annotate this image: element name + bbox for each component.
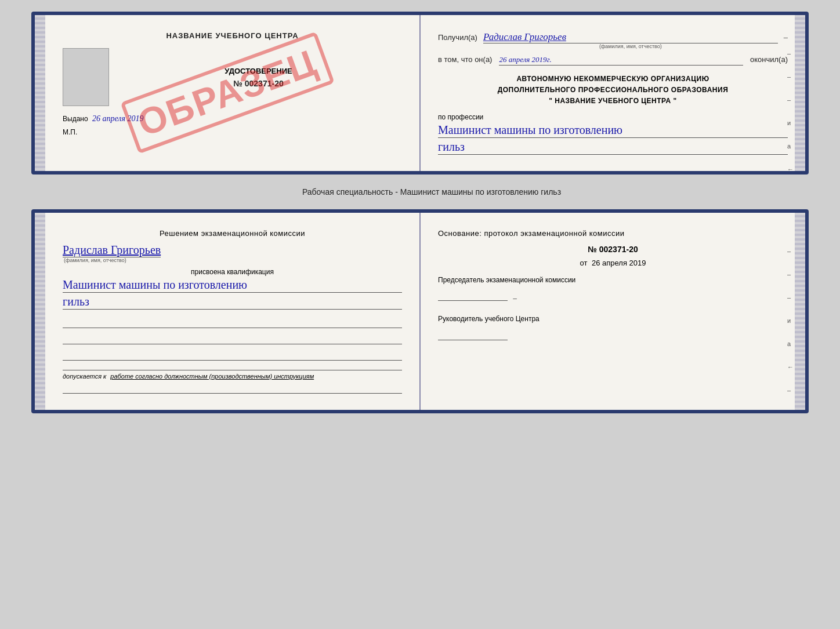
admission-block: допускается к работе согласно должностны… [63, 370, 402, 380]
cert-doc-title: УДОСТОВЕРЕНИЕ [115, 67, 402, 75]
dash-1: – [787, 50, 794, 57]
admission-blank-line [63, 382, 402, 394]
date-prefix: в том, что он(а) [438, 55, 492, 64]
mp-label: М.П. [63, 128, 402, 136]
top-document-card: НАЗВАНИЕ УЧЕБНОГО ЦЕНТРА УДОСТОВЕРЕНИЕ №… [31, 12, 809, 174]
head-block: Руководитель учебного Центра [438, 314, 788, 342]
dash-b-2: – [787, 271, 794, 278]
date-prefix: от [580, 259, 587, 267]
decision-title: Решением экзаменационной комиссии [63, 229, 402, 238]
top-left-title: НАЗВАНИЕ УЧЕБНОГО ЦЕНТРА [63, 31, 402, 40]
blank-line-2 [63, 333, 402, 344]
dash-b-5: – [787, 410, 794, 413]
admission-prefix: допускается к [63, 373, 106, 380]
chairman-label: Председатель экзаменационной комиссии [438, 275, 788, 285]
chairman-signature-line: – [438, 289, 788, 303]
qualification-label: присвоена квалификация [63, 268, 402, 276]
bottom-fio-block: Радислав Григорьев (фамилия, имя, отчест… [63, 243, 402, 263]
dash1: – [784, 33, 788, 42]
date-field-line: в том, что он(а) 26 апреля 2019г. окончи… [438, 55, 788, 66]
dash-3: – [787, 96, 794, 103]
dash-и: и [787, 119, 794, 126]
dash-arrow: ← [787, 166, 794, 173]
org-line1: АВТОНОМНУЮ НЕКОММЕРЧЕСКУЮ ОРГАНИЗАЦИЮ [438, 74, 788, 85]
bottom-fio-value: Радислав Григорьев [63, 243, 161, 257]
admission-value: работе согласно должностным (производств… [110, 373, 314, 380]
qualification-value: Машинист машины по изготовлению [63, 277, 402, 293]
fio-subtitle: (фамилия, имя, отчество) [483, 43, 778, 49]
received-label: Получил(а) [438, 33, 477, 42]
dash-b1: – [513, 294, 517, 303]
issued-label: Выдано [63, 115, 88, 123]
org-block: АВТОНОМНУЮ НЕКОММЕРЧЕСКУЮ ОРГАНИЗАЦИЮ ДО… [438, 74, 788, 107]
date-suffix: окончил(а) [750, 55, 788, 64]
head-label: Руководитель учебного Центра [438, 314, 788, 324]
org-line2: ДОПОЛНИТЕЛЬНОГО ПРОФЕССИОНАЛЬНОГО ОБРАЗО… [438, 85, 788, 96]
fio-value: Радислав Григорьев [483, 31, 778, 43]
dash-b-и: и [787, 317, 794, 324]
blank-line-1 [63, 317, 402, 328]
basis-title: Основание: протокол экзаменационной коми… [438, 229, 788, 238]
bottom-document-card: Решением экзаменационной комиссии Радисл… [31, 209, 809, 413]
chairman-block: Председатель экзаменационной комиссии – [438, 275, 788, 303]
protocol-date: от 26 апреля 2019 [438, 259, 788, 267]
top-right-panel: Получил(а) Радислав Григорьев (фамилия, … [421, 15, 805, 171]
dash-b-arrow: ← [787, 363, 794, 370]
profession-value2: гильз [438, 139, 788, 155]
fio-field-line: Получил(а) Радислав Григорьев (фамилия, … [438, 31, 788, 49]
org-line3: " НАЗВАНИЕ УЧЕБНОГО ЦЕНТРА " [438, 96, 788, 107]
side-dashes-bottom: – – – и а ← – – – [787, 248, 794, 413]
cert-image-area: УДОСТОВЕРЕНИЕ № 002371-20 [63, 48, 402, 106]
cert-photo-placeholder [63, 48, 109, 106]
dash-2: – [787, 73, 794, 80]
dash-b-а: а [787, 340, 794, 347]
protocol-date-value: 26 апреля 2019 [592, 259, 646, 267]
page-wrapper: НАЗВАНИЕ УЧЕБНОГО ЦЕНТРА УДОСТОВЕРЕНИЕ №… [12, 12, 828, 413]
issued-date: 26 апреля 2019 [92, 114, 143, 123]
head-sig-line [438, 329, 508, 340]
cert-text-block: УДОСТОВЕРЕНИЕ № 002371-20 [115, 67, 402, 88]
qualification-block: Машинист машины по изготовлению гильз [63, 277, 402, 310]
dash-а: а [787, 143, 794, 150]
dash-b-1: – [787, 248, 794, 254]
chairman-sig-line [438, 289, 508, 301]
separator-label: Рабочая специальность - Машинист машины … [279, 187, 561, 197]
head-signature-line [438, 329, 788, 342]
profession-prefix: по профессии [438, 113, 788, 121]
cert-number: № 002371-20 [115, 79, 402, 88]
dash-b-3: – [787, 294, 794, 301]
blank-line-3 [63, 349, 402, 361]
profession-value: Машинист машины по изготовлению [438, 122, 788, 138]
bottom-right-panel: Основание: протокол экзаменационной коми… [421, 213, 805, 410]
bottom-left-panel: Решением экзаменационной комиссии Радисл… [35, 213, 421, 410]
top-left-panel: НАЗВАНИЕ УЧЕБНОГО ЦЕНТРА УДОСТОВЕРЕНИЕ №… [35, 15, 421, 171]
cert-issued: Выдано 26 апреля 2019 [63, 114, 402, 123]
blank-lines [63, 317, 402, 361]
protocol-number: № 002371-20 [438, 245, 788, 254]
qualification-value2: гильз [63, 294, 402, 310]
dash-b-4: – [787, 387, 794, 394]
side-dashes-top: – – – и а ← – – – [787, 50, 794, 174]
date-value: 26 апреля 2019г. [499, 55, 743, 66]
bottom-fio-subtitle: (фамилия, имя, отчество) [64, 257, 402, 263]
profession-block: по профессии Машинист машины по изготовл… [438, 113, 788, 155]
